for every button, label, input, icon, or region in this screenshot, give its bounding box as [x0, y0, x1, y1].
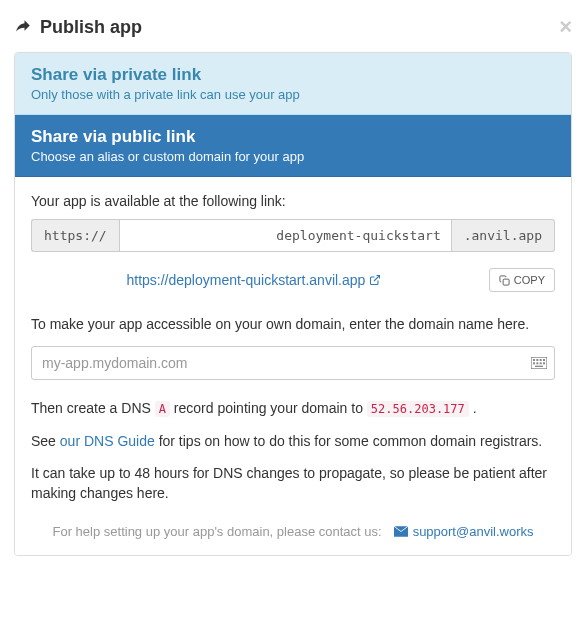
dns-prefix: Then create a DNS	[31, 400, 155, 416]
external-link-icon	[369, 274, 381, 286]
public-link-subtitle: Choose an alias or custom domain for you…	[31, 149, 555, 164]
svg-rect-10	[535, 366, 543, 367]
guide-prefix: See	[31, 433, 60, 449]
public-link-title: Share via public link	[31, 127, 555, 147]
domain-intro-text: To make your app accessible on your own …	[31, 314, 555, 334]
help-text: For help setting up your app's domain, p…	[53, 524, 382, 539]
available-link-label: Your app is available at the following l…	[31, 193, 555, 209]
copy-button-label: COPY	[514, 274, 545, 286]
svg-rect-3	[536, 359, 538, 361]
envelope-icon	[394, 526, 408, 537]
svg-rect-6	[533, 363, 535, 365]
domain-input-wrap	[31, 346, 555, 380]
url-slug-input[interactable]	[119, 219, 452, 252]
link-row: https://deployment-quickstart.anvil.app	[31, 268, 555, 292]
svg-rect-4	[540, 359, 542, 361]
share-panel: Share via private link Only those with a…	[14, 52, 572, 556]
svg-rect-5	[543, 359, 545, 361]
dns-ip: 52.56.203.177	[367, 401, 469, 417]
dns-guide-text: See our DNS Guide for tips on how to do …	[31, 431, 555, 451]
help-row: For help setting up your app's domain, p…	[31, 516, 555, 539]
copy-button[interactable]: COPY	[489, 268, 555, 292]
dns-record-type: A	[155, 401, 170, 417]
modal-title-text: Publish app	[40, 17, 142, 38]
svg-rect-9	[543, 363, 545, 365]
public-link-body: Your app is available at the following l…	[15, 177, 571, 555]
dns-middle: record pointing your domain to	[170, 400, 367, 416]
url-suffix-addon: .anvil.app	[452, 219, 555, 252]
app-url-text: https://deployment-quickstart.anvil.app	[126, 272, 365, 288]
private-link-title: Share via private link	[31, 65, 555, 85]
support-email-text: support@anvil.works	[413, 524, 534, 539]
custom-domain-input[interactable]	[31, 346, 555, 380]
keyboard-icon	[531, 357, 547, 369]
support-email-link[interactable]: support@anvil.works	[394, 524, 534, 539]
dns-instruction: Then create a DNS A record pointing your…	[31, 398, 555, 418]
guide-suffix: for tips on how to do this for some comm…	[155, 433, 543, 449]
copy-icon	[499, 275, 510, 286]
public-link-header[interactable]: Share via public link Choose an alias or…	[15, 115, 571, 177]
dns-suffix: .	[469, 400, 477, 416]
url-protocol-addon: https://	[31, 219, 119, 252]
publish-app-modal: Publish app × Share via private link Onl…	[0, 0, 586, 568]
private-link-section[interactable]: Share via private link Only those with a…	[15, 53, 571, 115]
modal-title: Publish app	[14, 17, 142, 38]
share-arrow-icon	[14, 18, 32, 36]
close-icon[interactable]: ×	[559, 16, 572, 38]
propagate-text: It can take up to 48 hours for DNS chang…	[31, 463, 555, 504]
dns-guide-link[interactable]: our DNS Guide	[60, 433, 155, 449]
modal-header: Publish app ×	[14, 12, 572, 52]
svg-rect-8	[540, 363, 542, 365]
svg-rect-0	[503, 279, 509, 285]
svg-rect-2	[533, 359, 535, 361]
url-input-group: https:// .anvil.app	[31, 219, 555, 252]
app-url-link[interactable]: https://deployment-quickstart.anvil.app	[31, 272, 477, 288]
private-link-subtitle: Only those with a private link can use y…	[31, 87, 555, 102]
svg-rect-7	[536, 363, 538, 365]
